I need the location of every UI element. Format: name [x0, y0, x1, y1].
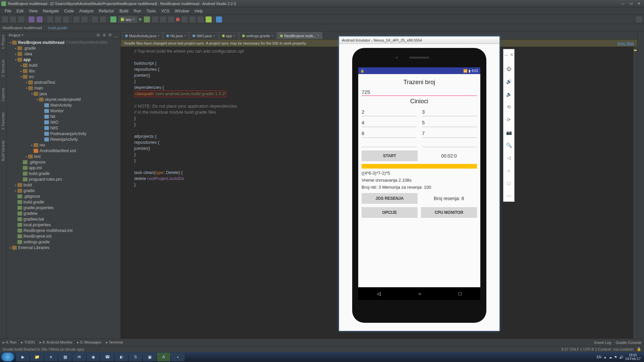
redo-icon[interactable] — [37, 16, 43, 22]
tree-item[interactable]: ▸.gradle — [7, 45, 120, 51]
menu-run[interactable]: Run — [132, 8, 143, 14]
screenshot-icon[interactable]: 📷 — [505, 129, 512, 136]
tree-item[interactable]: ▸External Libraries — [7, 245, 120, 250]
tree-item[interactable]: app.iml — [7, 165, 120, 171]
taskbar-wmp[interactable]: ▶ — [16, 353, 30, 361]
bottom-tab[interactable]: ▸ 0: Messages — [77, 340, 101, 345]
taskbar-chrome[interactable]: ◉ — [87, 353, 100, 361]
emulator-titlebar[interactable]: Android Emulator - Nexus_5X_API_25_x86:5… — [339, 37, 499, 44]
editor-tab[interactable]: Nit.java× — [163, 32, 189, 39]
back-key[interactable]: ◁ — [377, 291, 381, 296]
start-button[interactable] — [1, 353, 14, 361]
bottom-tab[interactable]: ▸ TODO — [21, 340, 35, 345]
emu-overview-icon[interactable]: □ — [505, 180, 512, 187]
tray-lang[interactable]: EN — [597, 355, 601, 359]
factor-cell[interactable]: 3 — [422, 108, 477, 116]
close-tab-icon[interactable]: × — [184, 34, 186, 38]
forward-icon[interactable] — [100, 16, 106, 22]
tree-item[interactable]: build.gradle — [7, 199, 120, 205]
run-config-selector[interactable]: app ▾ — [118, 16, 137, 23]
tree-item[interactable]: local.properties — [7, 222, 120, 228]
taskbar-mail[interactable]: ✉ — [72, 353, 86, 361]
project-tree[interactable]: ▾ResiBrojeve multithreadC:\Users\Skynet\… — [7, 39, 120, 339]
side-tab[interactable]: 2: Favorites — [1, 110, 5, 132]
close-tab-icon[interactable]: × — [233, 34, 235, 38]
menu-view[interactable]: View — [27, 8, 40, 14]
system-tray[interactable]: EN ▲ ☁ ⚑ 🔊 18:01 14-Feb-17 — [597, 353, 643, 361]
factor-cell[interactable] — [362, 140, 417, 147]
phone-screen[interactable]: 🔒 📶 ▮ 6:01 Trazeni broj Cinioci 234567 S… — [358, 67, 480, 300]
home-key[interactable]: ○ — [418, 291, 421, 296]
target-number-input[interactable] — [362, 88, 477, 96]
emu-close-icon[interactable]: ✕ — [509, 51, 514, 58]
tree-item[interactable]: NitS — [7, 125, 120, 131]
menu-help[interactable]: Help — [193, 8, 205, 14]
find-icon[interactable] — [73, 16, 79, 22]
menu-code[interactable]: Code — [62, 8, 76, 14]
undo-icon[interactable] — [29, 16, 35, 22]
emulator-window[interactable]: Android Emulator - Nexus_5X_API_25_x86:5… — [339, 36, 500, 331]
tree-item[interactable]: ▾src — [7, 74, 120, 79]
menu-analyze[interactable]: Analyze — [77, 8, 96, 14]
minimize-button[interactable]: — — [619, 1, 627, 6]
tray-clock[interactable]: 18:01 14-Feb-17 — [625, 353, 641, 361]
open-icon[interactable] — [2, 16, 8, 22]
sync-now-link[interactable]: Sync Now — [617, 41, 634, 45]
emu-home-icon[interactable]: ○ — [505, 167, 512, 174]
tree-item[interactable]: NitO — [7, 119, 120, 125]
tree-item[interactable]: PodesavanjaActivity — [7, 131, 120, 136]
tree-item[interactable]: ▾main — [7, 85, 120, 91]
menu-tools[interactable]: Tools — [145, 8, 158, 14]
volume-down-icon[interactable]: 🔉 — [505, 91, 512, 98]
tree-item[interactable]: gradlew.bat — [7, 216, 120, 222]
profile-icon[interactable] — [152, 16, 158, 22]
tree-item[interactable]: ▸build — [7, 182, 120, 188]
more-icon[interactable]: ⋯ — [505, 193, 512, 199]
maximize-button[interactable]: ▭ — [627, 1, 635, 6]
bottom-tab-right[interactable]: Gradle Console — [616, 341, 641, 345]
factor-cell[interactable] — [422, 140, 477, 147]
tree-item[interactable]: MainActivity — [7, 102, 120, 108]
layout-icon[interactable] — [198, 16, 204, 22]
tree-item[interactable]: ▸androidTest — [7, 79, 120, 85]
taskbar-terminal[interactable]: ▪ — [171, 353, 184, 361]
replace-icon[interactable] — [82, 16, 88, 22]
tray-sound-icon[interactable]: 🔊 — [619, 355, 623, 359]
factor-cell[interactable]: 5 — [422, 118, 477, 127]
tree-item[interactable]: ▾app — [7, 57, 120, 62]
help-icon[interactable] — [216, 16, 222, 22]
bottom-tab-right[interactable]: Event Log — [594, 341, 611, 345]
close-tab-icon[interactable]: × — [158, 34, 160, 38]
tree-item[interactable]: proguard-rules.pro — [7, 176, 120, 182]
copy-icon[interactable] — [55, 16, 61, 22]
factor-cell[interactable]: 7 — [422, 129, 477, 138]
run-button[interactable] — [139, 18, 142, 21]
tree-item[interactable]: ▸.idea — [7, 51, 120, 57]
tree-item[interactable]: ▾skynet.resibrojeveM — [7, 97, 120, 102]
tray-flag-icon[interactable]: ▲ — [603, 355, 607, 359]
tree-item[interactable]: .gitignore — [7, 193, 120, 199]
paste-icon[interactable] — [63, 16, 69, 22]
coverage-icon[interactable] — [168, 16, 174, 22]
tree-item[interactable]: ResenjaActivity — [7, 136, 120, 142]
side-tab[interactable]: 2: Structure — [1, 58, 5, 79]
emu-minimize-icon[interactable]: — — [503, 51, 509, 58]
tree-item[interactable]: Nit — [7, 114, 120, 119]
power-icon[interactable]: ⏻ — [505, 65, 512, 72]
android-robot-icon[interactable] — [206, 16, 212, 22]
tree-item[interactable]: settings.gradle — [7, 239, 120, 245]
menu-refactor[interactable]: Refactor — [97, 8, 116, 14]
gear-icon[interactable]: ⚙ — [108, 33, 112, 38]
menu-navigate[interactable]: Navigate — [41, 8, 61, 14]
taskbar-eclipse[interactable]: ◐ — [115, 353, 128, 361]
bottom-tab[interactable]: ▸ 4: Run — [3, 340, 16, 345]
volume-up-icon[interactable]: 🔊 — [505, 78, 512, 85]
editor-tab[interactable]: settings.gradle× — [239, 32, 276, 39]
factor-cell[interactable]: 4 — [362, 118, 417, 127]
target-icon[interactable]: ⊕ — [102, 33, 106, 38]
breadcrumb[interactable]: ResiBrojeve multithread 〉 build.gradle — [3, 25, 67, 30]
close-tab-icon[interactable]: × — [213, 34, 215, 38]
rotate-left-icon[interactable]: ⟲ — [505, 104, 512, 110]
attach-icon[interactable] — [160, 16, 166, 22]
side-tab[interactable]: Captures — [1, 86, 5, 104]
